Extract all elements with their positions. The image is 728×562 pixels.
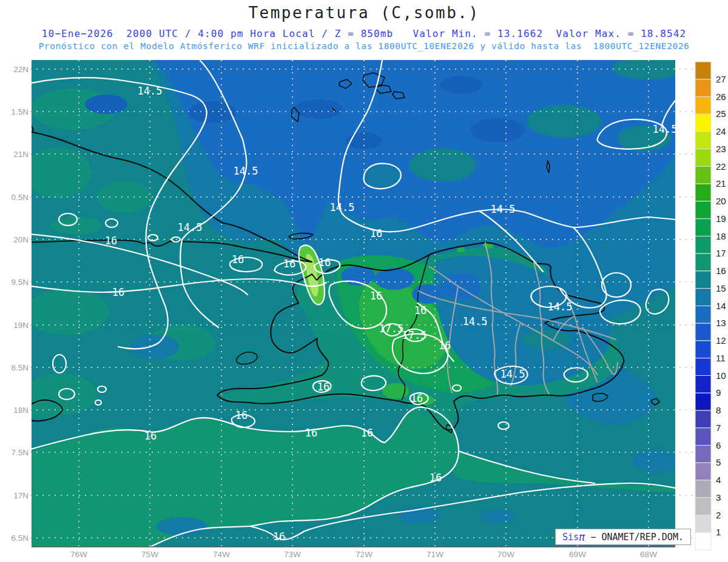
lon-tick-label: 75W [141,550,158,559]
colorbar-cell [695,271,711,289]
brand-prefix: Sis [562,532,579,543]
attribution-box: Sisπ − ONAMET/REP.DOM. [555,529,691,545]
contour-label: 16 [370,227,382,239]
contour-label: 14.5 [330,201,355,213]
colorbar-label: 23 [716,144,726,154]
lon-tick-label: 74W [213,550,230,559]
colorbar-cell [695,376,711,393]
colorbar-label: 13 [716,318,726,328]
colorbar-cell [695,428,711,446]
contour-label: 16 [305,427,317,439]
colorbar-label: 7 [716,423,721,433]
lat-tick-label: 18N [13,406,29,415]
lon-tick-label: 71W [426,550,443,559]
colorbar-label: 10 [716,370,726,381]
colorbar-cell [695,463,711,480]
lat-tick-label: 7.5N [11,448,29,457]
lon-axis: 76W75W74W73W72W71W70W69W68W [70,550,657,559]
colorbar-label: 9 [716,387,721,398]
contour-label: 14.5 [491,203,516,215]
colorbar-cell [695,358,711,376]
lat-tick-label: 1.5N [11,107,29,116]
colorbar-label: 17 [716,248,726,258]
colorbar-label: 22 [716,161,726,172]
colorbar-label: 4 [716,475,721,485]
colorbar-label: 16 [716,266,726,276]
lat-tick-label: 17N [13,491,29,500]
lat-tick-label: 19N [13,321,29,330]
lon-tick-label: 72W [356,550,372,559]
colorbar-cell [695,253,711,271]
lat-tick-label: 21N [13,150,29,159]
colorbar-label: 12 [716,335,726,346]
colorbar-cell [695,184,711,201]
contour-label: 16 [370,290,382,302]
lon-tick-label: 70W [497,550,514,559]
colorbar-cell [695,114,711,132]
contour-label: 14.5 [463,315,488,327]
colorbar-cell [695,132,711,149]
colorbar-label: 24 [716,126,726,136]
lat-tick-label: 22N [13,65,29,74]
contour-label: 14.5 [178,221,203,233]
contour-label: 14.5 [548,301,573,313]
contour-label: 16 [361,427,373,439]
lon-tick-label: 73W [284,550,301,559]
lat-tick-label: 6.5N [11,534,29,543]
contour-label: 16 [430,472,442,484]
contour-label: 16 [439,340,451,352]
contour-label: 16 [411,392,423,404]
subtitle-model-run: Pronóstico con el Modelo Atmósferico WRF… [0,41,728,51]
brand-pi-symbol: π [579,531,585,543]
colorbar-cell [695,323,711,341]
colorbar-cell [695,393,711,410]
lat-axis: 22N1.5N21N0.5N20N9.5N19N8.5N18N7.5N17N6.… [11,65,29,543]
colorbar-cell [695,79,711,97]
colorbar-cell [695,498,711,515]
colorbar-label: 6 [716,440,721,450]
colorbar-cell [695,480,711,498]
colorbar-label: 25 [716,109,726,119]
colorbar-label: 26 [716,92,726,102]
contour-label: 16 [232,253,244,266]
lat-tick-label: 20N [13,235,29,244]
colorbar-label: 27 [716,74,726,84]
colorbar-label: 15 [716,283,726,293]
colorbar: 2726252423222120191817161514131211109876… [695,62,726,550]
contour-label: 14.5 [653,123,678,135]
lon-tick-label: 69W [569,550,586,559]
subtitle-validtime-minmax: 10−Ene−2026 2000 UTC / 4:00 pm Hora Loca… [0,28,728,39]
lon-tick-label: 68W [640,550,657,559]
lat-tick-label: 0.5N [11,193,29,202]
colorbar-label: 11 [716,353,726,363]
colorbar-label: 21 [716,178,726,189]
colorbar-label: 2 [716,510,721,520]
contour-label: 16 [235,409,248,421]
temperature-shading [24,58,683,547]
colorbar-cell [695,532,711,550]
colorbar-label: 18 [716,231,726,241]
map-canvas: 14.514.514.514.514.514.514.514.514.51616… [0,0,728,562]
contour-label: 14.5 [500,368,525,380]
colorbar-cell [695,446,711,463]
colorbar-label: 1 [716,527,721,537]
lon-tick-label: 76W [70,550,87,559]
lat-tick-label: 8.5N [11,363,29,372]
page-title: Temperatura (C,somb.) [0,4,728,22]
contour-label: 16 [283,258,295,270]
colorbar-cell [695,201,711,219]
colorbar-label: 19 [716,213,726,224]
contour-label: 16 [414,304,426,316]
contour-label: 16 [112,286,124,298]
colorbar-label: 14 [716,301,726,311]
attribution-separator: − [585,532,601,543]
contour-label: 14.5 [138,85,163,97]
colorbar-label: 20 [716,196,726,206]
weather-map-figure: Temperatura (C,somb.) 10−Ene−2026 2000 U… [0,0,728,562]
contour-label: 16 [105,235,117,247]
colorbar-cell [695,306,711,324]
contour-label: 16 [144,430,157,442]
colorbar-label: 3 [716,492,721,503]
colorbar-label: 8 [716,405,721,415]
contour-label: 16 [273,530,285,543]
